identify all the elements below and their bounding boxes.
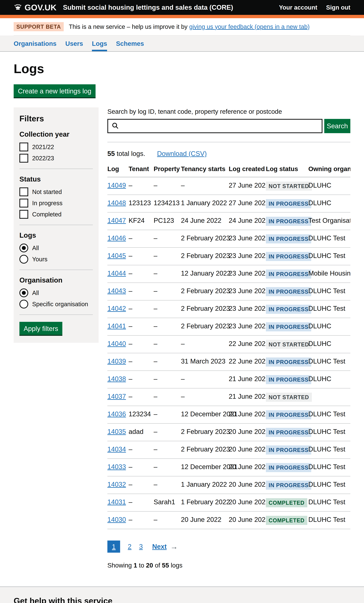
radio-icon-selected[interactable] (19, 289, 28, 297)
owning-org-cell: DLUHC Test (308, 230, 350, 247)
tenant-cell: – (129, 441, 154, 459)
log-id-link[interactable]: 14039 (107, 358, 126, 365)
radio-option-org-all[interactable]: All (19, 289, 93, 297)
property-cell: – (154, 283, 181, 300)
checkbox-option-2022-23[interactable]: 2022/23 (19, 154, 93, 162)
owning-org-cell: DLUHC Test (308, 511, 350, 529)
checkbox-option-not-started[interactable]: Not started (19, 187, 93, 196)
radio-option-logs-all[interactable]: All (19, 244, 93, 252)
checkbox-icon[interactable] (19, 210, 28, 219)
checkbox-icon[interactable] (19, 187, 28, 196)
checkbox-option-in-progress[interactable]: In progress (19, 199, 93, 208)
owning-org-cell: DLUHC (308, 371, 350, 388)
log-id-link[interactable]: 14046 (107, 234, 126, 242)
log-id-link[interactable]: 14038 (107, 375, 126, 383)
log-id-link[interactable]: 14042 (107, 305, 126, 312)
checkbox-option-2021-22[interactable]: 2021/22 (19, 143, 93, 151)
tenancy-starts-cell: – (181, 371, 229, 388)
table-row: 14034 – – 2 February 2023 20 June 2022 I… (107, 441, 350, 459)
status-badge: In progress (266, 410, 311, 419)
column-header-log-created: Log created (229, 165, 266, 177)
tenancy-starts-cell: 2 February 2023 (181, 283, 229, 300)
log-id-link[interactable]: 14040 (107, 340, 126, 347)
radio-icon[interactable] (19, 255, 28, 264)
feedback-link[interactable]: giving us your feedback (opens in a new … (189, 23, 310, 30)
showing-to: 20 (146, 562, 153, 569)
log-id-link[interactable]: 14043 (107, 287, 126, 294)
status-badge: In progress (266, 305, 311, 314)
checkbox-icon[interactable] (19, 154, 28, 162)
table-row: 14040 – – – 22 June 2022 Not started DLU… (107, 336, 350, 353)
log-created-cell: 20 June 2022 (229, 459, 266, 476)
radio-option-logs-yours[interactable]: Yours (19, 255, 93, 264)
status-badge: In progress (266, 269, 311, 278)
pagination-next[interactable]: Next (152, 543, 166, 550)
log-id-link[interactable]: 14041 (107, 322, 126, 330)
tenancy-starts-cell: 2 February 2023 (181, 441, 229, 459)
tab-users[interactable]: Users (65, 40, 83, 51)
log-created-cell: 24 June 2022 (229, 212, 266, 230)
your-account-link[interactable]: Your account (279, 4, 317, 11)
search-button[interactable]: Search (324, 119, 350, 133)
tenancy-starts-cell: 12 December 2021 (181, 406, 229, 423)
pagination-page-3[interactable]: 3 (139, 543, 143, 550)
property-cell: PC123 (154, 212, 181, 230)
pagination-page-1-current[interactable]: 1 (107, 541, 120, 553)
log-id-link[interactable]: 14035 (107, 428, 126, 435)
tenant-cell: – (129, 283, 154, 300)
log-id-link[interactable]: 14034 (107, 445, 126, 453)
owning-org-cell: DLUHC Test (308, 423, 350, 441)
option-label: Not started (32, 188, 62, 195)
tenant-cell: – (129, 371, 154, 388)
search-input[interactable] (107, 119, 322, 133)
log-id-link[interactable]: 14049 (107, 182, 126, 189)
log-id-link[interactable]: 14047 (107, 217, 126, 224)
phase-banner: SUPPORT BETA This is a new service – hel… (0, 18, 364, 35)
tenant-cell: – (129, 230, 154, 247)
log-created-cell: 20 June 2022 (229, 511, 266, 529)
page-title: Logs (14, 61, 350, 76)
log-id-link[interactable]: 14045 (107, 252, 126, 259)
tenant-cell: – (129, 318, 154, 336)
radio-icon-selected[interactable] (19, 244, 28, 252)
log-id-link[interactable]: 14036 (107, 410, 126, 418)
log-id-link[interactable]: 14030 (107, 516, 126, 523)
radio-icon[interactable] (19, 300, 28, 309)
radio-option-org-specific[interactable]: Specific organisation (19, 300, 93, 309)
create-lettings-log-button[interactable]: Create a new lettings log (14, 84, 95, 97)
checkbox-icon[interactable] (19, 199, 28, 208)
govuk-logo[interactable]: GOV.UK (14, 3, 57, 12)
log-id-link[interactable]: 14044 (107, 269, 126, 277)
table-row: 14044 – – 12 January 2022 23 June 2022 I… (107, 265, 350, 283)
table-row: 14045 – – 2 February 2023 23 June 2022 I… (107, 247, 350, 265)
apply-filters-button[interactable]: Apply filters (19, 322, 62, 335)
checkbox-option-completed[interactable]: Completed (19, 210, 93, 219)
option-label: Completed (32, 211, 61, 218)
search-label: Search by log ID, tenant code, property … (107, 108, 350, 115)
download-csv-link[interactable]: Download (CSV) (157, 150, 207, 157)
showing-count: 55 (162, 562, 169, 569)
log-id-link[interactable]: 14037 (107, 393, 126, 400)
log-id-link[interactable]: 14048 (107, 199, 126, 207)
option-label: 2022/23 (32, 155, 54, 162)
service-name-link[interactable]: Submit social housing lettings and sales… (63, 4, 233, 11)
tenant-cell: – (129, 353, 154, 371)
tab-schemes[interactable]: Schemes (116, 40, 144, 51)
log-id-link[interactable]: 14031 (107, 498, 126, 506)
log-id-link[interactable]: 14033 (107, 463, 126, 470)
log-id-link[interactable]: 14032 (107, 481, 126, 488)
table-row: 14035 adad – 2 February 2023 20 June 202… (107, 423, 350, 441)
owning-org-cell: DLUHC Test (308, 300, 350, 318)
total-logs-label: total logs. (115, 150, 145, 157)
table-row: 14038 – – – 21 June 2022 In progress DLU… (107, 371, 350, 388)
column-header-property: Property (154, 165, 181, 177)
pagination-page-2[interactable]: 2 (128, 543, 131, 550)
owning-org-cell: DLUHC Test (308, 406, 350, 423)
owning-org-cell: DLUHC Test (308, 283, 350, 300)
showing-mid: to (137, 562, 146, 569)
tab-organisations[interactable]: Organisations (14, 40, 56, 51)
tab-logs[interactable]: Logs (92, 40, 107, 51)
sign-out-link[interactable]: Sign out (326, 4, 350, 11)
checkbox-icon[interactable] (19, 143, 28, 151)
divider (19, 225, 93, 225)
